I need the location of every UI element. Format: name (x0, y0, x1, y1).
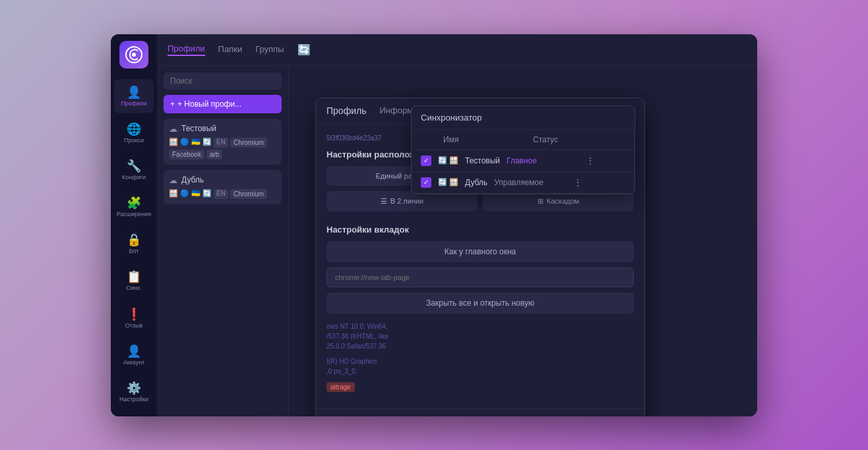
sidebar-item-label: Настройки (119, 396, 148, 403)
row-status: Управляемое (494, 178, 567, 187)
configs-icon: 🔧 (127, 160, 141, 172)
tab-folders[interactable]: Папки (218, 44, 243, 55)
layout-icon: ⊞ (538, 197, 543, 206)
account-icon: 👤 (127, 345, 141, 357)
sidebar-item-sync[interactable]: 📋 Синх. (114, 264, 154, 298)
tag-facebook: Facebook (169, 150, 204, 159)
sidebar-item-label: Профили (121, 100, 146, 107)
sidebar-item-bot[interactable]: 🔒 Бот (114, 227, 154, 262)
layout-icon: ☰ (381, 197, 387, 206)
proxies-icon: 🌐 (127, 123, 141, 135)
checkbox[interactable]: ✓ (421, 177, 431, 188)
table-row: ✓ 🔄 🪟 Дубль Управляемое ⋮ (412, 172, 635, 194)
sync-table: Имя Статус ✓ 🔄 🪟 Тестовый Главное ⋮ (412, 130, 635, 194)
new-profile-button[interactable]: + + Новый профи... (164, 95, 282, 113)
lang-tag: EN (214, 138, 228, 148)
like-main-window-button[interactable]: Как у главного окна (326, 241, 634, 262)
sidebar-item-label: Бот (129, 248, 139, 254)
hardware-text: I(R) HD Graphics,0 ps_3_0, (326, 356, 634, 376)
profile-name: Дубль (181, 175, 204, 184)
row-icons: 🔄 🪟 (438, 178, 458, 186)
sync-flag-icon: 🔄 (202, 138, 212, 148)
main-window: 👤 Профили 🌐 Прокси 🔧 Конфиги 🧩 Расширени… (111, 34, 757, 416)
sync-popup-title: Синхронизатор (412, 106, 635, 130)
feedback-icon: ❗ (127, 308, 141, 320)
tag-chromium: Chromium (230, 138, 267, 148)
sidebar-item-account[interactable]: 👤 Аккаунт (114, 338, 154, 372)
os-icon-small: 🪟 (449, 156, 458, 165)
profile-name: Тестовый (181, 124, 216, 133)
sidebar: 👤 Профили 🌐 Прокси 🔧 Конфиги 🧩 Расширени… (111, 34, 157, 416)
lang-tag: EN (214, 189, 228, 199)
new-profile-label: + Новый профи... (177, 99, 241, 109)
modal-footer: 🔄 Перезапуск ▶ Начать При старте профиля… (316, 408, 644, 416)
sync-icon-small: 🔄 (438, 178, 447, 186)
flag-ua-icon: 🇺🇦 (191, 138, 201, 148)
sidebar-item-label: Синх. (126, 285, 142, 291)
sidebar-item-proxies[interactable]: 🌐 Прокси (114, 116, 154, 150)
sidebar-item-label: Отзыв (125, 322, 143, 329)
row-status: Главное (507, 156, 579, 165)
modal-title: Профиль (326, 105, 366, 116)
plus-icon: + (170, 99, 175, 109)
tag-arb: arb (206, 150, 222, 159)
checkbox[interactable]: ✓ (421, 155, 431, 166)
sidebar-item-label: Расширения (117, 211, 151, 217)
flag-icon: 🪟 (169, 138, 178, 148)
sidebar-item-extensions[interactable]: 🧩 Расширения (114, 190, 154, 225)
sync-table-header: Имя Статус (412, 130, 635, 150)
search-input[interactable] (164, 72, 282, 90)
sidebar-item-feedback[interactable]: ❗ Отзыв (114, 301, 154, 335)
tab-profiles[interactable]: Профили (168, 43, 205, 56)
profiles-icon: 👤 (127, 86, 141, 98)
sync-icon: 📋 (127, 271, 141, 283)
profile-tags: 🪟 🔵 🇺🇦 🔄 EN Chromium Facebook arb (169, 138, 276, 159)
sync-popup: Синхронизатор Имя Статус ✓ 🔄 🪟 (411, 105, 635, 194)
close-all-open-new-button[interactable]: Закрыть все и открыть новую (326, 293, 634, 314)
user-agent-text: ows NT 10.0; Win64;/537.36 (KHTML, like2… (326, 322, 634, 351)
os-icon: 🔵 (180, 189, 189, 199)
list-item[interactable]: ☁ Дубль 🪟 🔵 🇺🇦 🔄 EN Chromium (164, 170, 282, 204)
tag-chromium: Chromium (230, 189, 267, 199)
row-name: Тестовый (465, 156, 500, 165)
list-item[interactable]: ☁ Тестовый 🪟 🔵 🇺🇦 🔄 EN Chromium Facebook… (164, 119, 282, 165)
bot-icon: 🔒 (127, 234, 141, 246)
col-name: Имя (443, 135, 526, 144)
flag-ua-icon: 🇺🇦 (191, 189, 201, 199)
row-icons: 🔄 🪟 (438, 156, 458, 165)
sidebar-item-label: Аккаунт (123, 359, 145, 366)
row-menu-icon[interactable]: ⋮ (586, 155, 595, 166)
main-content: Профили Папки Группы 🔄 + + Новый профи..… (157, 34, 757, 416)
cloud-icon: ☁ (169, 175, 177, 185)
row-menu-icon[interactable]: ⋮ (573, 177, 582, 188)
sidebar-item-label: Конфиги (122, 174, 146, 181)
flag-icon: 🪟 (169, 189, 178, 199)
cloud-icon: ☁ (169, 124, 177, 134)
sync-nav-icon[interactable]: 🔄 (297, 43, 311, 56)
extensions-icon: 🧩 (127, 197, 141, 209)
sidebar-item-label: Прокси (124, 137, 144, 144)
profile-area: + + Новый профи... ☁ Тестовый 🪟 🔵 🇺🇦 🔄 E (157, 66, 757, 416)
logo (119, 41, 148, 69)
row-name: Дубль (465, 178, 487, 187)
os-icon-small: 🪟 (449, 178, 458, 186)
sidebar-item-settings[interactable]: ⚙️ Настройки (114, 375, 154, 409)
sync-icon-small: 🔄 (438, 156, 447, 165)
sidebar-item-configs[interactable]: 🔧 Конфиги (114, 153, 154, 187)
sync-flag-icon: 🔄 (202, 189, 212, 199)
tab-url-input[interactable] (326, 267, 634, 287)
top-nav: Профили Папки Группы 🔄 (157, 34, 757, 66)
table-row: ✓ 🔄 🪟 Тестовый Главное ⋮ (412, 150, 635, 172)
os-icon: 🔵 (180, 138, 189, 148)
tab-settings-title: Настройки вкладок (326, 225, 634, 235)
profile-list: + + Новый профи... ☁ Тестовый 🪟 🔵 🇺🇦 🔄 E (157, 66, 289, 416)
profile-tags: 🪟 🔵 🇺🇦 🔄 EN Chromium (169, 189, 276, 199)
col-status: Статус (533, 135, 605, 144)
sidebar-item-profiles[interactable]: 👤 Профили (114, 79, 154, 113)
tab-groups[interactable]: Группы (255, 44, 284, 55)
status-badge: aitrage (326, 382, 355, 392)
settings-icon: ⚙️ (127, 382, 141, 394)
svg-point-1 (132, 53, 136, 57)
